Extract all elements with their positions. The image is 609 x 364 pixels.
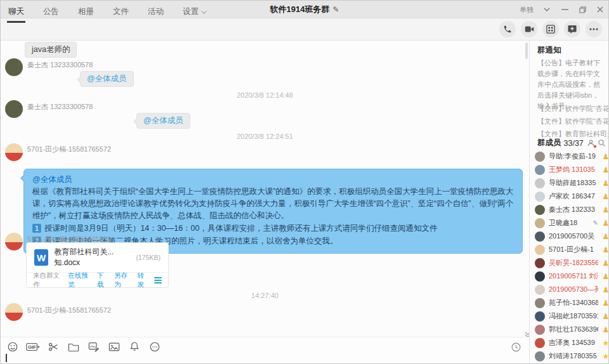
member-row[interactable]: 卫晓鑫18 ✎ ♟ (535, 216, 609, 230)
restore-icon[interactable] (578, 5, 587, 14)
member-name: 5701-田少楠-1 (549, 245, 598, 254)
number-badge: 1 (32, 224, 41, 233)
screen-capture-icon[interactable] (87, 340, 101, 354)
qr-grid-icon[interactable] (542, 21, 559, 37)
member-level-icon: ♟ (602, 272, 609, 281)
file-more-menu-icon[interactable] (154, 277, 162, 283)
member-row[interactable]: 2019005700吴 ✎ ♟ (535, 230, 609, 243)
member-avatar (535, 338, 545, 348)
member-row[interactable]: 2019005711 刘泽 ✎ ♟ (535, 270, 609, 283)
tab-activity[interactable]: 活动 (147, 1, 165, 23)
mention-link[interactable]: @全体成员 (32, 175, 72, 184)
file-card: W 教育部社科司关...知.docx (175KB) 来自群文件 在线预览 下载… (26, 242, 169, 288)
sender-name: 5701-田少楠-15581765572 (27, 306, 111, 315)
member-avatar (535, 218, 545, 228)
notice-file-item[interactable]: 【文件】软件学院“杏花... (537, 104, 608, 114)
member-row[interactable]: 冯祖屹18703591181 ✎ ♟ (535, 309, 609, 323)
picture-icon[interactable] (107, 340, 121, 354)
notice-file-item[interactable]: 【文件】软件学院“杏花... (537, 117, 608, 126)
file-size: (175KB) (136, 254, 160, 261)
member-name: 吴昕昊-18235560 (549, 258, 598, 268)
tab-chat[interactable]: 聊天 (7, 1, 25, 23)
file-forward-link[interactable]: 转发 (137, 271, 149, 289)
member-avatar (535, 311, 545, 322)
avatar[interactable] (5, 303, 23, 321)
member-row[interactable]: 王梦鸽 131035 ✎ ♟ (535, 163, 609, 176)
pencil-icon: ✎ (593, 219, 598, 226)
member-level-icon: ♟ (602, 299, 609, 308)
history-clock-icon[interactable] (509, 340, 523, 354)
file-actions-row: 来自群文件 在线预览 下载 另存为 转发 (27, 272, 168, 287)
chevron-down-icon (201, 8, 206, 13)
member-avatar (535, 205, 545, 215)
file-saveas-link[interactable]: 另存为 (114, 271, 132, 289)
member-level-icon: ♟ (602, 259, 609, 268)
phone-icon[interactable] (499, 21, 516, 37)
sidebar: 群通知 【公告】电子教材下载步骤，先在科学文库中点高级搜索，然后选择关键词isb… (530, 41, 609, 364)
member-level-icon: ♟ (602, 219, 609, 228)
avatar[interactable] (5, 143, 23, 161)
tab-settings-label: 设置 (183, 7, 199, 16)
bubble-tail (20, 174, 27, 181)
tab-files[interactable]: 文件 (112, 1, 130, 23)
member-row[interactable]: 导助:李俊茹-19 ✎ ♟ (535, 150, 609, 163)
mention-link[interactable]: @全体成员 (87, 74, 127, 83)
avatar[interactable] (5, 58, 23, 76)
member-avatar (535, 285, 545, 295)
member-row[interactable]: 吉泽奥 134539 ✎ ★ (535, 336, 609, 349)
window-mode-label[interactable]: 单独 (520, 5, 534, 15)
file-folder-icon[interactable] (67, 340, 81, 354)
member-row[interactable]: 导助薛超18335 ✎ ♟ (535, 176, 609, 190)
tabs: 聊天 公告 相册 文件 活动 设置 (7, 1, 206, 23)
message-text: java老师的 (32, 45, 70, 54)
file-preview-link[interactable]: 在线预览 (68, 271, 92, 289)
edit-title-icon[interactable]: ✎ (332, 5, 339, 14)
screenshot-scissors-icon[interactable] (46, 340, 60, 354)
mention-link[interactable]: @全体成员 (143, 116, 183, 125)
notice-body: 根据《教育部社科司关于组织“全国大学生同上一堂疫情防控思政大课”的通知》的要求，… (32, 186, 514, 222)
member-name: 王梦鸽 131035 (549, 165, 598, 174)
file-download-link[interactable]: 下载 (97, 271, 109, 289)
chat-scrollbar-thumb[interactable] (525, 42, 528, 59)
message-input[interactable] (1, 356, 529, 364)
video-call-icon[interactable] (521, 21, 537, 37)
member-level-icon: ♟ (602, 312, 609, 321)
message-list[interactable]: java老师的 秦士杰 13233300578 @全体成员 2020/3/8 1… (1, 41, 529, 337)
avatar[interactable] (5, 233, 23, 250)
member-row[interactable]: 2019005730—孙 ✎ ♟ (535, 283, 609, 296)
member-search-icon[interactable] (598, 139, 606, 147)
member-name: 卫晓鑫18 (549, 218, 589, 228)
svg-text:GIF: GIF (28, 344, 36, 350)
member-avatar (535, 325, 545, 335)
minimize-icon[interactable] (560, 5, 569, 14)
member-manage-icon[interactable] (587, 139, 595, 147)
tab-announcement[interactable]: 公告 (42, 1, 60, 23)
member-row[interactable]: 卢家欢 186347 ✎ ♟ (535, 190, 609, 203)
shake-bell-icon[interactable] (128, 340, 141, 354)
input-toolbar: GIF (1, 337, 529, 356)
emoji-icon[interactable] (6, 340, 20, 354)
member-level-icon: ♟ (602, 325, 609, 334)
member-row[interactable]: 吴昕昊-18235560 ✎ ♟ (535, 256, 609, 270)
avatar[interactable] (5, 100, 23, 118)
member-name: 2019005711 刘泽 (549, 271, 598, 281)
more-circle-icon[interactable] (148, 340, 162, 354)
close-icon[interactable] (596, 5, 605, 14)
bubble-plus-icon[interactable] (564, 21, 580, 37)
file-card-main[interactable]: W 教育部社科司关...知.docx (175KB) (27, 243, 168, 272)
member-row[interactable]: 刘靖涛1780355 ✎ ★ (535, 349, 609, 363)
member-level-icon: ★ (602, 352, 609, 361)
more-icon[interactable] (586, 21, 602, 37)
member-row[interactable]: 5701-田少楠-1 ✎ ♟ (535, 243, 609, 256)
timestamp: 2020/3/8 12:14:48 (1, 91, 529, 99)
tab-album[interactable]: 相册 (77, 1, 95, 23)
tab-settings[interactable]: 设置 (181, 1, 206, 23)
chevron-down-icon[interactable] (542, 5, 551, 14)
member-row[interactable]: 郭壮壮17636396842 ✎ ♟ (535, 323, 609, 336)
member-row[interactable]: 苑子怡-1340368220 ✎ ♟ (535, 296, 609, 309)
member-level-icon: ★ (602, 339, 609, 348)
member-row[interactable]: 秦士杰 132333 ✎ ♟ (535, 203, 609, 216)
member-name: 2019005700吴 (549, 231, 598, 241)
member-level-icon: ♟ (602, 166, 609, 174)
gif-icon[interactable]: GIF (26, 340, 40, 354)
